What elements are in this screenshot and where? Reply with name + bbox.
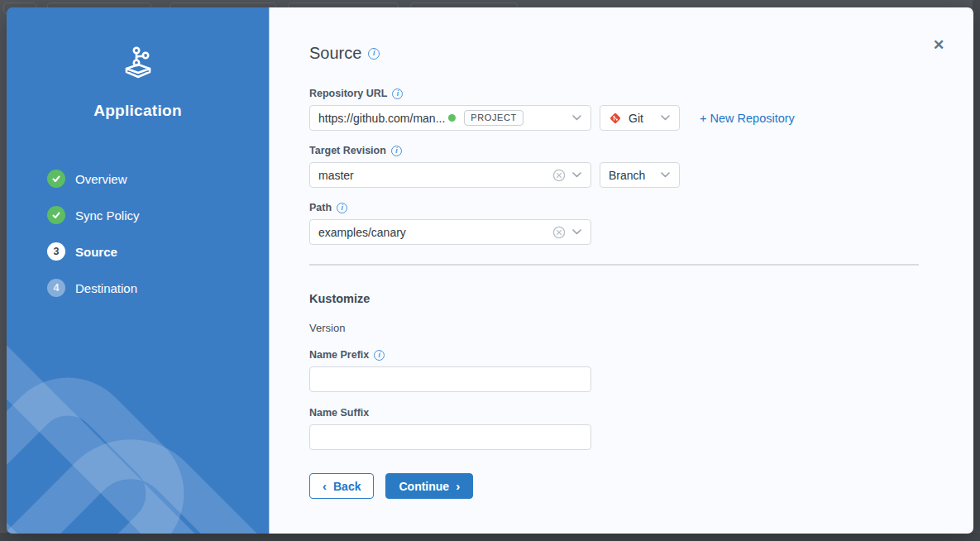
- step-label: Sync Policy: [75, 208, 140, 223]
- info-icon: i: [391, 146, 402, 156]
- git-icon: [609, 112, 622, 125]
- chevron-down-icon[interactable]: [572, 229, 582, 235]
- chevron-left-icon: ‹: [323, 480, 327, 492]
- path-input[interactable]: [309, 219, 591, 245]
- close-icon[interactable]: ✕: [930, 37, 947, 54]
- clear-icon[interactable]: [552, 169, 566, 182]
- repository-url-dropdown[interactable]: https://github.com/man... PROJECT: [309, 105, 591, 131]
- background-overlay-bottom: [0, 533, 980, 541]
- step-label: Source: [75, 245, 117, 259]
- application-box-branch-icon: [7, 45, 269, 80]
- chevron-down-icon: [661, 172, 671, 178]
- check-icon: [47, 206, 65, 224]
- application-wizard-modal: Application Overview Sync Policy 3 Sourc…: [7, 7, 973, 534]
- back-button[interactable]: ‹ Back: [309, 473, 374, 499]
- revision-type-select[interactable]: Branch: [600, 162, 680, 188]
- wizard-sidebar: Application Overview Sync Policy 3 Sourc…: [7, 7, 269, 534]
- step-label: Overview: [75, 172, 127, 186]
- name-prefix-input[interactable]: [309, 366, 591, 392]
- project-badge: PROJECT: [464, 110, 523, 126]
- name-prefix-label: Name Prefix: [309, 349, 369, 361]
- section-divider: [309, 264, 919, 266]
- chevron-down-icon: [572, 115, 582, 121]
- info-icon: i: [368, 48, 380, 60]
- back-button-label: Back: [333, 480, 361, 493]
- target-revision-value[interactable]: [318, 169, 546, 182]
- continue-button[interactable]: Continue ›: [385, 473, 473, 499]
- wizard-steps: Overview Sync Policy 3 Source 4 Destinat…: [47, 160, 269, 306]
- wizard-title: Application: [7, 102, 269, 120]
- new-repository-link[interactable]: + New Repository: [700, 112, 795, 125]
- revision-type-value: Branch: [609, 169, 645, 182]
- step-number-badge: 3: [47, 242, 65, 261]
- name-suffix-value[interactable]: [318, 431, 582, 444]
- step-overview[interactable]: Overview: [47, 160, 269, 197]
- name-suffix-label: Name Suffix: [309, 407, 369, 419]
- repository-url-label: Repository URL: [309, 88, 387, 99]
- name-suffix-input[interactable]: [309, 424, 591, 450]
- step-number-badge: 4: [47, 279, 65, 297]
- connection-status-dot: [448, 114, 456, 122]
- info-icon: i: [337, 203, 347, 213]
- info-icon: i: [374, 350, 385, 361]
- target-revision-input[interactable]: [309, 162, 591, 188]
- clear-icon[interactable]: [552, 226, 566, 239]
- name-prefix-value[interactable]: [318, 373, 582, 386]
- background-overlay-right: [973, 0, 980, 541]
- chevron-right-icon: ›: [456, 480, 460, 492]
- info-icon: i: [392, 89, 403, 99]
- step-destination[interactable]: 4 Destination: [47, 270, 269, 306]
- check-icon: [47, 170, 65, 188]
- target-revision-label: Target Revision: [309, 145, 386, 156]
- continue-button-label: Continue: [399, 480, 449, 493]
- page-title: Source: [309, 44, 361, 63]
- source-form-panel: ✕ Source i Repository URL i https://gith…: [269, 7, 973, 534]
- repo-type-value: Git: [629, 112, 643, 125]
- repo-type-select[interactable]: Git: [600, 105, 680, 131]
- step-source[interactable]: 3 Source: [47, 233, 269, 270]
- path-label: Path: [309, 202, 332, 213]
- path-value[interactable]: [318, 226, 546, 239]
- version-label: Version: [309, 322, 345, 334]
- step-sync-policy[interactable]: Sync Policy: [47, 197, 269, 233]
- step-label: Destination: [75, 281, 137, 295]
- chevron-down-icon[interactable]: [572, 172, 582, 178]
- chevron-down-icon: [661, 115, 671, 121]
- kustomize-heading: Kustomize: [309, 292, 944, 305]
- repository-url-value: https://github.com/man...: [318, 112, 445, 125]
